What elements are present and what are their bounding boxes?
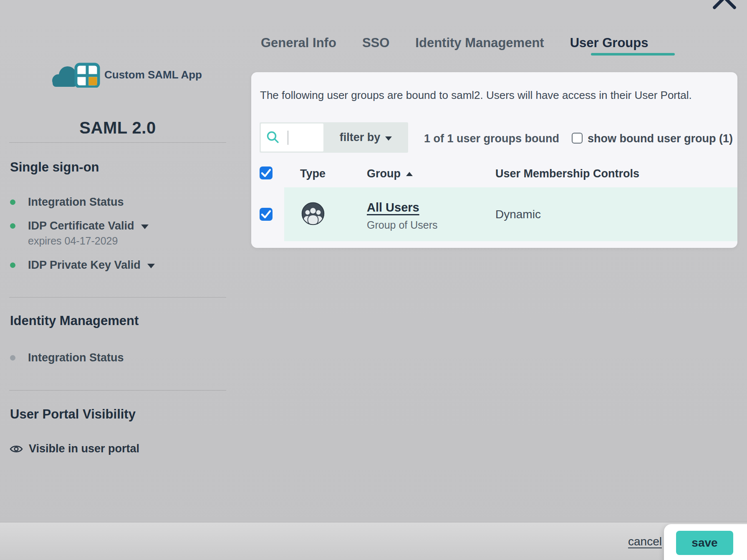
show-bound-user-group-checkbox[interactable]: show bound user group (1) [572,132,733,145]
idp-private-key-valid-label: IDP Private Key Valid [28,259,141,272]
sidebar-divider [9,297,226,298]
column-header-type-label: Type [300,167,326,180]
column-header-group-label: Group [367,167,401,180]
section-title-single-sign-on: Single sign-on [10,160,99,175]
sso-integration-status: Integration Status [10,196,124,209]
filter-by-dropdown[interactable]: filter by [323,122,408,153]
chevron-down-icon[interactable] [147,264,155,268]
group-name-link[interactable]: All Users [367,201,419,214]
checkbox-unchecked[interactable] [572,133,583,144]
sso-integration-status-label: Integration Status [28,196,124,209]
idp-certificate-valid[interactable]: IDP Certificate Valid [10,219,149,232]
sidebar-divider [9,390,226,391]
filter-by-label: filter by [340,131,381,144]
checkmark-icon [260,208,273,221]
search-icon [266,131,280,144]
idp-private-key-valid[interactable]: IDP Private Key Valid [10,259,155,272]
section-title-identity-management: Identity Management [10,313,139,328]
membership-controls-value: Dynamic [495,208,541,221]
saml-app-config-modal: Custom SAML App SAML 2.0 Single sign-on … [0,0,747,560]
status-dot-gray-icon [10,355,15,361]
protocol-title: SAML 2.0 [9,119,226,137]
section-title-user-portal-visibility: User Portal Visibility [10,407,136,422]
eye-icon [9,444,23,454]
cancel-button[interactable]: cancel [628,535,662,548]
checkmark-icon [260,166,273,179]
visible-in-user-portal: Visible in user portal [9,442,139,455]
user-groups-panel: The following user groups are bound to s… [251,72,737,248]
close-icon[interactable] [709,0,739,13]
custom-saml-app-logo-icon [48,61,102,88]
active-tab-underline [591,53,675,55]
row-checkbox[interactable] [260,208,273,221]
status-dot-green-icon [10,199,15,205]
tab-bar: General Info SSO Identity Management Use… [261,35,648,50]
search-input[interactable] [261,124,323,151]
visible-in-user-portal-label: Visible in user portal [29,442,139,455]
tab-general-info[interactable]: General Info [261,35,336,50]
column-header-user-membership-controls: User Membership Controls [495,167,639,180]
status-dot-green-icon [10,262,15,268]
idm-integration-status-label: Integration Status [28,351,124,364]
column-header-membership-label: User Membership Controls [495,167,639,180]
idp-certificate-expiry: expires 04-17-2029 [28,235,118,247]
status-dot-green-icon [10,223,15,229]
sidebar-divider [9,142,226,143]
tab-identity-management[interactable]: Identity Management [415,35,544,50]
panel-description: The following user groups are bound to s… [260,89,692,102]
show-bound-user-group-label: show bound user group (1) [588,132,733,145]
idp-certificate-valid-label: IDP Certificate Valid [28,219,134,232]
bound-groups-count: 1 of 1 user groups bound [424,132,559,145]
group-type-label: Group of Users [367,219,438,231]
column-header-group[interactable]: Group [367,167,413,180]
filter-bar: filter by [260,122,408,153]
save-button[interactable]: save [676,531,733,555]
save-button-highlight-card: save [664,524,747,560]
chevron-down-icon[interactable] [141,225,149,229]
tab-user-groups[interactable]: User Groups [570,35,649,50]
text-cursor [288,131,288,145]
chevron-down-icon [385,136,392,141]
sort-ascending-icon [406,172,413,176]
tab-sso[interactable]: SSO [362,35,389,50]
select-all-checkbox[interactable] [260,166,273,179]
column-header-type: Type [300,167,326,180]
app-name: Custom SAML App [104,68,202,81]
user-group-avatar [301,202,325,225]
idm-integration-status: Integration Status [10,351,124,364]
